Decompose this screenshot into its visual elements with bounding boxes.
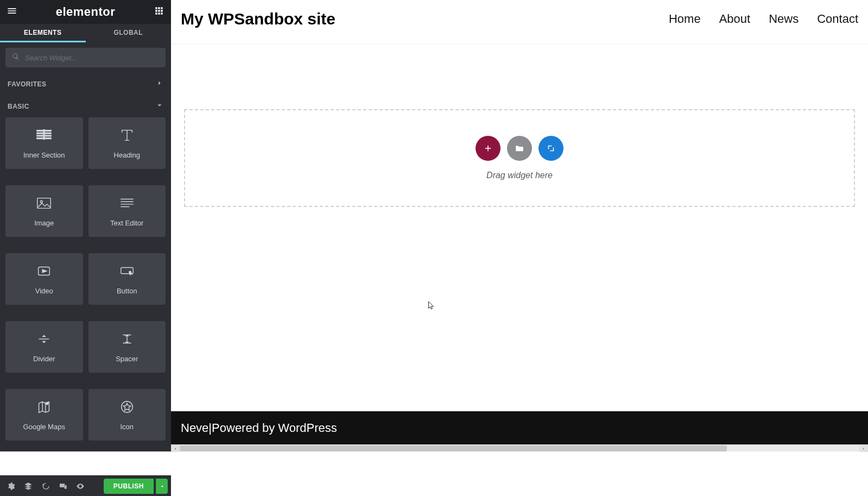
site-header: My WPSandbox site Home About News Contac… [171, 0, 868, 44]
panel-bottom-bar: PUBLISH [0, 475, 171, 496]
widget-label: Divider [33, 355, 55, 363]
nav-home[interactable]: Home [669, 12, 701, 26]
nav-about[interactable]: About [719, 12, 751, 26]
search-icon [12, 53, 20, 62]
widget-text-editor[interactable]: Text Editor [88, 185, 166, 237]
svg-point-9 [46, 401, 49, 405]
chevron-right-icon [156, 79, 163, 89]
svg-rect-5 [37, 198, 50, 208]
scroll-left-icon[interactable] [171, 445, 180, 452]
image-icon [36, 196, 52, 212]
svg-point-6 [41, 200, 43, 203]
dropzone-hint: Drag widget here [486, 171, 553, 180]
add-section-button[interactable] [476, 136, 500, 161]
site-title[interactable]: My WPSandbox site [181, 10, 335, 28]
widget-label: Text Editor [110, 219, 143, 227]
site-footer: Neve | Powered by WordPress [171, 411, 868, 444]
widget-icon[interactable]: Icon [88, 389, 166, 441]
tab-global[interactable]: GLOBAL [86, 24, 172, 42]
horizontal-scrollbar[interactable] [171, 444, 868, 451]
widget-label: Video [35, 287, 53, 295]
category-label: FAVORITES [8, 80, 47, 88]
site-preview: My WPSandbox site Home About News Contac… [171, 0, 868, 444]
grid-apps-icon[interactable] [154, 5, 164, 18]
search-widget-box[interactable] [5, 48, 166, 67]
dropzone-actions [476, 136, 563, 161]
widget-label: Spacer [116, 355, 138, 363]
search-input[interactable] [25, 54, 159, 62]
footer-text: Powered by WordPress [212, 421, 337, 435]
video-icon [36, 263, 52, 280]
widget-image[interactable]: Image [5, 185, 83, 237]
navigator-icon[interactable] [21, 479, 36, 494]
panel-header: elementor [0, 0, 171, 24]
scroll-thumb[interactable] [180, 445, 727, 451]
heading-icon [119, 128, 135, 145]
widget-label: Icon [120, 423, 134, 431]
spacer-icon [119, 331, 135, 348]
section-dropzone[interactable]: Drag widget here [184, 109, 855, 207]
widget-label: Inner Section [23, 151, 65, 159]
widget-label: Image [34, 219, 54, 227]
hamburger-icon[interactable] [7, 5, 17, 18]
nav-contact[interactable]: Contact [817, 12, 858, 26]
divider-icon [36, 331, 52, 348]
widget-heading[interactable]: Heading [88, 117, 166, 169]
publish-options-button[interactable] [156, 479, 168, 494]
responsive-icon[interactable] [55, 479, 71, 494]
settings-icon[interactable] [3, 479, 18, 494]
svg-rect-4 [43, 129, 45, 139]
widget-video[interactable]: Video [5, 253, 83, 305]
nav-news[interactable]: News [769, 12, 799, 26]
widget-label: Google Maps [23, 423, 65, 431]
history-icon[interactable] [38, 479, 53, 494]
publish-button[interactable]: PUBLISH [104, 479, 154, 494]
elementor-logo: elementor [56, 5, 116, 19]
tab-elements[interactable]: ELEMENTS [0, 24, 86, 42]
widget-button[interactable]: Button [88, 253, 166, 305]
scroll-right-icon[interactable] [859, 445, 868, 452]
category-label: BASIC [8, 103, 29, 110]
footer-theme-link[interactable]: Neve [181, 421, 208, 435]
star-icon [119, 399, 135, 416]
widget-spacer[interactable]: Spacer [88, 321, 166, 373]
widget-label: Button [117, 287, 137, 295]
category-favorites[interactable]: FAVORITES [0, 73, 171, 95]
panel-tabs: ELEMENTS GLOBAL [0, 24, 171, 42]
template-library-button[interactable] [507, 136, 532, 161]
category-basic[interactable]: BASIC [0, 95, 171, 117]
widgets-grid: Inner Section Heading Image Text Editor … [0, 117, 171, 451]
widget-inner-section[interactable]: Inner Section [5, 117, 83, 169]
widget-label: Heading [114, 151, 140, 159]
button-icon [119, 263, 135, 280]
text-editor-icon [119, 196, 135, 212]
elementor-panel: elementor ELEMENTS GLOBAL FAVORITES BASI… [0, 0, 171, 451]
add-container-button[interactable] [538, 136, 563, 161]
site-nav: Home About News Contact [669, 12, 858, 26]
inner-section-icon [36, 128, 52, 145]
chevron-down-icon [156, 102, 163, 111]
widget-google-maps[interactable]: Google Maps [5, 389, 83, 441]
widget-divider[interactable]: Divider [5, 321, 83, 373]
map-icon [36, 399, 52, 416]
preview-icon[interactable] [73, 479, 88, 494]
